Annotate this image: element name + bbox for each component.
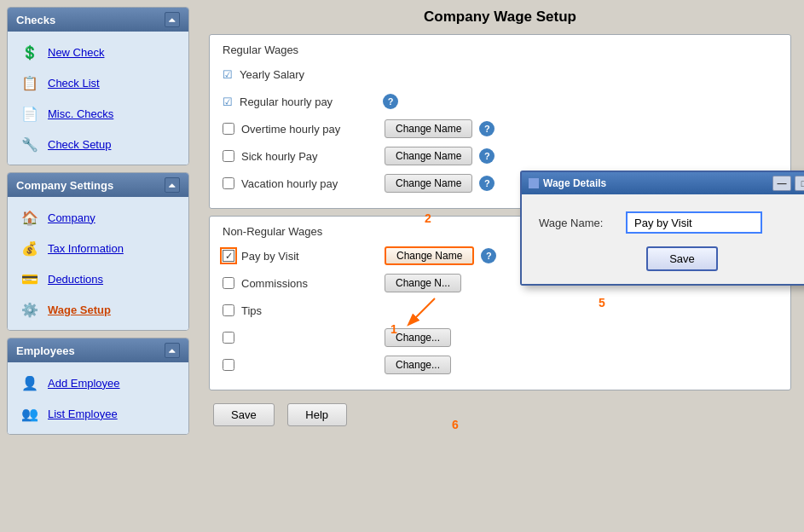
sidebar-company-settings-items: 🏠 Company 💰 Tax Information 💳 Deductions… bbox=[8, 197, 188, 330]
tips-label: Tips bbox=[241, 304, 378, 317]
gear-icon: ⚙️ bbox=[19, 298, 41, 321]
bottom-buttons: Save Help bbox=[209, 403, 791, 426]
regular-hourly-info[interactable]: ? bbox=[383, 94, 398, 109]
sidebar-employees-items: 👤 Add Employee 👥 List Employee bbox=[8, 362, 188, 434]
tax-information-label: Tax Information bbox=[48, 242, 124, 255]
check-setup-label: Check Setup bbox=[48, 138, 111, 151]
annotation-2: 2 bbox=[425, 211, 431, 225]
page-title: Company Wage Setup bbox=[209, 9, 791, 26]
sidebar-item-check-setup[interactable]: 🔧 Check Setup bbox=[14, 130, 182, 158]
minimize-btn[interactable]: — bbox=[772, 176, 791, 191]
tips-checkbox[interactable] bbox=[223, 304, 234, 316]
wrench-icon: 🔧 bbox=[19, 133, 41, 155]
misc-icon: 📄 bbox=[19, 102, 41, 124]
extra2-checkbox[interactable] bbox=[223, 359, 234, 371]
company-label: Company bbox=[48, 211, 95, 224]
sidebar-item-tax-information[interactable]: 💰 Tax Information bbox=[14, 234, 182, 262]
deductions-label: Deductions bbox=[48, 273, 103, 286]
popup-wage-name-label: Wage Name: bbox=[539, 217, 616, 229]
sidebar-header-employees[interactable]: Employees ⏶ bbox=[8, 338, 188, 362]
arrow-1 bbox=[392, 290, 443, 332]
sick-hourly-checkbox[interactable] bbox=[223, 150, 234, 162]
add-employee-label: Add Employee bbox=[48, 377, 120, 390]
popup-body: 4 Wage Name: Save bbox=[522, 194, 804, 284]
collapse-employees-btn[interactable]: ⏶ bbox=[165, 343, 180, 358]
extra1-row: Change... bbox=[223, 327, 778, 349]
checklist-icon: 📋 bbox=[19, 72, 41, 94]
popup-wage-name-input[interactable] bbox=[626, 211, 762, 234]
sidebar-item-add-employee[interactable]: 👤 Add Employee bbox=[14, 369, 182, 396]
sidebar-section-company-settings: Company Settings ⏶ 🏠 Company 💰 Tax Infor… bbox=[7, 172, 189, 331]
save-button[interactable]: Save bbox=[213, 403, 275, 426]
sidebar-section-checks: Checks ⏶ 💲 New Check 📋 Check List 📄 Misc… bbox=[7, 7, 189, 165]
vacation-change-name-btn[interactable]: Change Name bbox=[385, 174, 472, 193]
check-list-label: Check List bbox=[48, 77, 100, 90]
sidebar-section-employees: Employees ⏶ 👤 Add Employee 👥 List Employ… bbox=[7, 338, 189, 435]
sidebar-item-list-employee[interactable]: 👥 List Employee bbox=[14, 400, 182, 427]
sidebar-company-settings-label: Company Settings bbox=[16, 179, 113, 192]
home-icon: 🏠 bbox=[19, 206, 41, 228]
overtime-info[interactable]: ? bbox=[479, 121, 495, 136]
commissions-checkbox[interactable] bbox=[223, 277, 234, 289]
wage-setup-label: Wage Setup bbox=[48, 304, 111, 316]
list-employee-label: List Employee bbox=[48, 408, 118, 420]
popup-titlebar: Wage Details — □ ✕ bbox=[522, 172, 804, 194]
extra1-checkbox[interactable] bbox=[223, 332, 234, 344]
sick-change-name-btn[interactable]: Change Name bbox=[385, 147, 472, 165]
sick-hourly-row: Sick hourly Pay Change Name ? bbox=[223, 145, 778, 167]
add-person-icon: 👤 bbox=[19, 372, 41, 394]
yearly-salary-label: Yearly Salary bbox=[240, 68, 376, 81]
list-people-icon: 👥 bbox=[19, 402, 41, 425]
annotation-5: 5 bbox=[599, 296, 605, 309]
commissions-label: Commissions bbox=[241, 277, 378, 290]
popup-title-left: Wage Details bbox=[529, 177, 606, 189]
yearly-salary-checkmark: ☑ bbox=[223, 68, 233, 81]
dollar-icon: 💲 bbox=[19, 41, 41, 63]
sidebar-item-check-list[interactable]: 📋 Check List bbox=[14, 69, 182, 96]
regular-hourly-row: ☑ Regular hourly pay ? bbox=[223, 90, 778, 113]
sidebar-header-company-settings[interactable]: Company Settings ⏶ bbox=[8, 173, 188, 197]
sidebar-checks-label: Checks bbox=[16, 14, 55, 26]
extra2-change-name-btn[interactable]: Change... bbox=[385, 356, 451, 374]
main-content: Company Wage Setup Regular Wages ☑ Yearl… bbox=[196, 0, 804, 532]
vacation-hourly-checkbox[interactable] bbox=[223, 177, 234, 189]
pay-by-visit-info[interactable]: ? bbox=[481, 248, 496, 263]
pay-by-visit-change-name-btn[interactable]: Change Name bbox=[385, 246, 474, 265]
popup-save-btn[interactable]: Save bbox=[646, 246, 718, 271]
maximize-btn[interactable]: □ bbox=[795, 176, 804, 191]
yearly-salary-row: ☑ Yearly Salary bbox=[223, 63, 778, 85]
overtime-hourly-row: Overtime hourly pay Change Name ? bbox=[223, 118, 778, 140]
tax-icon: 💰 bbox=[19, 237, 41, 259]
annotation-6: 6 bbox=[452, 418, 459, 431]
collapse-company-settings-btn[interactable]: ⏶ bbox=[165, 177, 180, 193]
regular-hourly-label: Regular hourly pay bbox=[240, 95, 376, 108]
regular-wages-label: Regular Wages bbox=[223, 43, 778, 56]
deductions-icon: 💳 bbox=[19, 268, 41, 290]
sidebar-checks-items: 💲 New Check 📋 Check List 📄 Misc. Checks … bbox=[8, 32, 188, 165]
overtime-hourly-checkbox[interactable] bbox=[223, 123, 234, 135]
tips-row: Tips bbox=[223, 299, 778, 321]
sidebar-item-misc-checks[interactable]: 📄 Misc. Checks bbox=[14, 100, 182, 127]
vacation-info[interactable]: ? bbox=[479, 176, 495, 191]
wage-details-popup: Wage Details — □ ✕ 4 Wage Name: Save 5 bbox=[520, 171, 804, 286]
sick-hourly-label: Sick hourly Pay bbox=[241, 150, 378, 163]
overtime-hourly-label: Overtime hourly pay bbox=[241, 123, 378, 136]
collapse-checks-btn[interactable]: ⏶ bbox=[165, 12, 180, 27]
sick-info[interactable]: ? bbox=[479, 148, 495, 164]
regular-hourly-checkmark: ☑ bbox=[223, 95, 233, 108]
sidebar-item-wage-setup[interactable]: ⚙️ Wage Setup bbox=[14, 296, 182, 323]
popup-controls: — □ ✕ bbox=[772, 176, 804, 191]
help-button[interactable]: Help bbox=[287, 403, 347, 426]
sidebar-employees-label: Employees bbox=[16, 344, 75, 357]
sidebar-header-checks[interactable]: Checks ⏶ bbox=[8, 8, 188, 32]
extra2-row: Change... bbox=[223, 354, 778, 376]
sidebar-item-company[interactable]: 🏠 Company bbox=[14, 204, 182, 231]
sidebar-item-deductions[interactable]: 💳 Deductions bbox=[14, 265, 182, 292]
sidebar-item-new-check[interactable]: 💲 New Check bbox=[14, 38, 182, 66]
vacation-hourly-label: Vacation hourly pay bbox=[241, 177, 378, 190]
popup-wage-name-row: Wage Name: bbox=[539, 211, 804, 234]
popup-title-icon bbox=[529, 178, 539, 188]
pay-by-visit-checkbox[interactable]: ✓ bbox=[223, 250, 234, 262]
overtime-change-name-btn[interactable]: Change Name bbox=[385, 119, 472, 138]
misc-checks-label: Misc. Checks bbox=[48, 107, 113, 120]
